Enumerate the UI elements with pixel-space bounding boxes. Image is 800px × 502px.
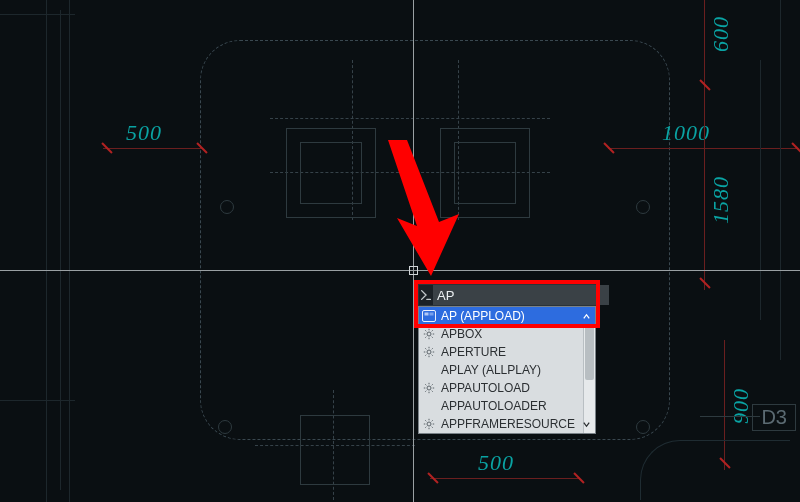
grid-bubble-d3: D3 [752, 404, 796, 431]
gear-icon [421, 380, 437, 396]
svg-rect-0 [423, 311, 436, 322]
drawing-rect [454, 142, 516, 204]
drawing-line [270, 118, 550, 119]
dim-value-500a: 500 [126, 120, 162, 146]
autocomplete-label: APPAUTOLOAD [441, 381, 593, 395]
svg-line-27 [432, 391, 433, 392]
drawing-circle [636, 200, 650, 214]
drawing-line [0, 400, 75, 401]
gear-icon [421, 416, 437, 432]
drawing-circle [636, 420, 650, 434]
svg-rect-2 [430, 313, 434, 316]
dim-tick [699, 79, 710, 90]
dim-line [608, 148, 798, 149]
dim-value-1580: 1580 [708, 176, 734, 224]
command-input-row[interactable] [418, 284, 596, 306]
autocomplete-label: APERTURE [441, 345, 593, 359]
drawing-line [60, 10, 61, 490]
svg-point-30 [427, 422, 431, 426]
autocomplete-item[interactable]: APPAUTOLOAD [419, 379, 595, 397]
dim-line [704, 0, 705, 90]
autocomplete-list[interactable]: AP (APPLOAD) APBOX APERTURE APLAY (ALLPL… [418, 306, 596, 434]
swatch-icon [421, 308, 437, 324]
autocomplete-item[interactable]: APPFRAMERESOURCES [419, 415, 595, 433]
drawing-line [46, 0, 47, 502]
drawing-line [780, 0, 781, 360]
svg-point-21 [427, 386, 431, 390]
command-input[interactable] [433, 285, 609, 305]
command-input-wrapper [418, 284, 596, 306]
dim-tick [699, 277, 710, 288]
autocomplete-label: APLAY (ALLPLAY) [441, 363, 593, 377]
svg-line-18 [432, 355, 433, 356]
dim-line [103, 148, 203, 149]
autocomplete-label: APBOX [441, 327, 593, 341]
autocomplete-label: AP (APPLOAD) [441, 309, 575, 323]
drawing-rect [300, 415, 370, 485]
autocomplete-item[interactable]: APERTURE [419, 343, 595, 361]
autocomplete-item[interactable]: APPAUTOLOADER [419, 397, 595, 415]
autocomplete-label: APPAUTOLOADER [441, 399, 593, 413]
svg-line-36 [432, 427, 433, 428]
dim-line [430, 478, 580, 479]
autocomplete-item[interactable]: APLAY (ALLPLAY) [419, 361, 595, 379]
gear-icon [421, 344, 437, 360]
dim-value-1000: 1000 [662, 120, 710, 146]
autocomplete-item[interactable]: APBOX [419, 325, 595, 343]
drawing-rect [300, 142, 362, 204]
cursor-pickbox [409, 266, 418, 275]
svg-line-37 [432, 420, 433, 421]
chevron-up-icon [579, 312, 593, 321]
drawing-circle [220, 200, 234, 214]
svg-line-11 [425, 337, 426, 338]
svg-line-26 [425, 384, 426, 385]
svg-line-9 [432, 337, 433, 338]
drawing-line [0, 14, 75, 15]
dim-value-500b: 500 [478, 450, 514, 476]
command-prompt-icon [419, 285, 433, 305]
drawing-line [760, 60, 761, 320]
svg-line-28 [432, 384, 433, 385]
autocomplete-item[interactable]: AP (APPLOAD) [419, 307, 595, 325]
dim-line [704, 90, 705, 290]
svg-line-8 [425, 330, 426, 331]
svg-line-19 [432, 348, 433, 349]
autocomplete-label: APPFRAMERESOURCES [441, 417, 575, 431]
svg-point-12 [427, 350, 431, 354]
svg-line-20 [425, 355, 426, 356]
chevron-down-icon [579, 420, 593, 429]
svg-line-29 [425, 391, 426, 392]
svg-line-17 [425, 348, 426, 349]
svg-line-10 [432, 330, 433, 331]
crosshair-horizontal [0, 270, 800, 271]
dim-value-600: 600 [708, 16, 734, 52]
drawing-curve [640, 440, 790, 500]
svg-line-38 [425, 427, 426, 428]
crosshair-vertical [413, 0, 414, 502]
drawing-circle [218, 420, 232, 434]
svg-point-3 [427, 332, 431, 336]
drawing-line [700, 416, 760, 417]
svg-rect-1 [425, 313, 429, 316]
svg-line-35 [425, 420, 426, 421]
gear-icon [421, 326, 437, 342]
dim-value-900: 900 [728, 388, 754, 424]
